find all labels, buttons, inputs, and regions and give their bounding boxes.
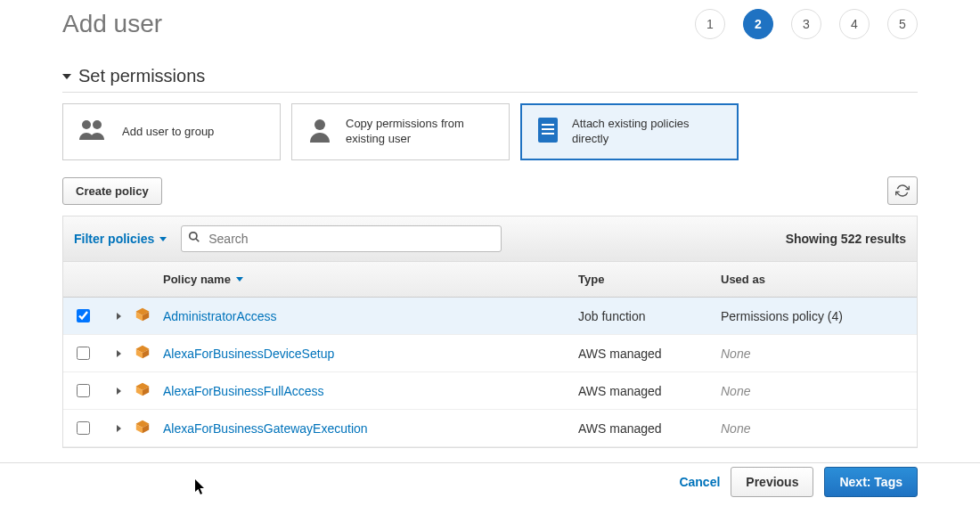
search-box (181, 225, 502, 252)
policy-name-link[interactable]: AlexaForBusinessGatewayExecution (163, 421, 368, 436)
users-icon (78, 118, 110, 145)
step-3[interactable]: 3 (791, 9, 821, 39)
expand-caret-icon[interactable] (117, 350, 121, 357)
filter-policies-link[interactable]: Filter policies (74, 232, 167, 246)
column-policy-name[interactable]: Policy name (163, 273, 578, 286)
refresh-button[interactable] (887, 176, 918, 205)
row-checkbox[interactable] (77, 309, 90, 322)
footer-divider (0, 462, 980, 463)
caret-down-icon (62, 74, 71, 79)
step-5[interactable]: 5 (887, 9, 918, 39)
policy-table: Filter policies Showing 522 results Poli… (62, 216, 918, 448)
policy-name-link[interactable]: AlexaForBusinessFullAccess (163, 384, 324, 398)
policy-box-icon (135, 419, 163, 437)
svg-point-2 (314, 119, 325, 130)
search-icon (188, 231, 200, 247)
svg-rect-4 (542, 124, 554, 126)
table-header: Policy name Type Used as (63, 262, 917, 298)
svg-rect-5 (542, 128, 554, 130)
svg-rect-6 (542, 133, 554, 135)
option-label: Attach existing policies directly (572, 117, 723, 147)
column-used-as[interactable]: Used as (721, 273, 917, 286)
policy-used-as: None (721, 421, 917, 436)
page-title: Add user (62, 10, 162, 38)
cursor-icon (195, 479, 208, 495)
policy-box-icon (135, 344, 163, 363)
svg-point-0 (82, 120, 91, 129)
expand-caret-icon[interactable] (117, 425, 121, 432)
table-row: AlexaForBusinessFullAccessAWS managedNon… (63, 372, 917, 410)
policy-name-link[interactable]: AlexaForBusinessDeviceSetup (163, 347, 334, 361)
row-checkbox[interactable] (77, 421, 90, 435)
policy-used-as: Permissions policy (4) (721, 309, 917, 323)
cancel-link[interactable]: Cancel (679, 475, 720, 489)
step-1[interactable]: 1 (695, 9, 725, 39)
step-4[interactable]: 4 (839, 9, 870, 39)
refresh-icon (895, 184, 910, 198)
policy-box-icon (135, 306, 163, 325)
next-button[interactable]: Next: Tags (824, 467, 918, 497)
svg-point-7 (190, 233, 197, 240)
option-label: Copy permissions from existing user (346, 117, 494, 147)
permission-options: Add user to groupCopy permissions from e… (62, 103, 918, 160)
option-label: Add user to group (122, 125, 214, 140)
row-checkbox[interactable] (77, 347, 90, 360)
policy-name-link[interactable]: AdministratorAccess (163, 309, 277, 323)
step-2[interactable]: 2 (743, 9, 773, 39)
policy-type: AWS managed (578, 421, 721, 436)
sort-icon (236, 277, 243, 282)
section-header[interactable]: Set permissions (62, 66, 918, 86)
user-icon (306, 118, 333, 146)
divider (62, 92, 918, 93)
table-row: AlexaForBusinessDeviceSetupAWS managedNo… (63, 335, 917, 372)
results-count: Showing 522 results (786, 232, 906, 246)
policy-used-as: None (721, 347, 917, 361)
option-card-2[interactable]: Attach existing policies directly (520, 103, 739, 160)
policy-type: AWS managed (578, 347, 721, 361)
policy-type: Job function (578, 309, 721, 323)
previous-button[interactable]: Previous (731, 467, 813, 497)
svg-point-1 (93, 120, 102, 129)
create-policy-button[interactable]: Create policy (62, 177, 162, 205)
policy-type: AWS managed (578, 384, 721, 398)
document-icon (536, 117, 559, 147)
table-row: AlexaForBusinessGatewayExecutionAWS mana… (63, 410, 917, 447)
footer-actions: Cancel Previous Next: Tags (679, 467, 918, 497)
chevron-down-icon (159, 237, 167, 241)
row-checkbox[interactable] (77, 384, 90, 397)
section-title: Set permissions (78, 66, 205, 86)
column-type[interactable]: Type (578, 273, 721, 286)
option-card-1[interactable]: Copy permissions from existing user (291, 103, 510, 160)
table-row: AdministratorAccessJob functionPermissio… (63, 298, 917, 335)
expand-caret-icon[interactable] (117, 313, 121, 320)
policy-used-as: None (721, 384, 917, 398)
search-input[interactable] (181, 225, 502, 252)
option-card-0[interactable]: Add user to group (62, 103, 281, 160)
filter-label: Filter policies (74, 232, 154, 246)
svg-line-8 (196, 239, 200, 242)
wizard-steps: 12345 (695, 9, 918, 39)
policy-box-icon (135, 381, 163, 400)
expand-caret-icon[interactable] (117, 388, 121, 395)
